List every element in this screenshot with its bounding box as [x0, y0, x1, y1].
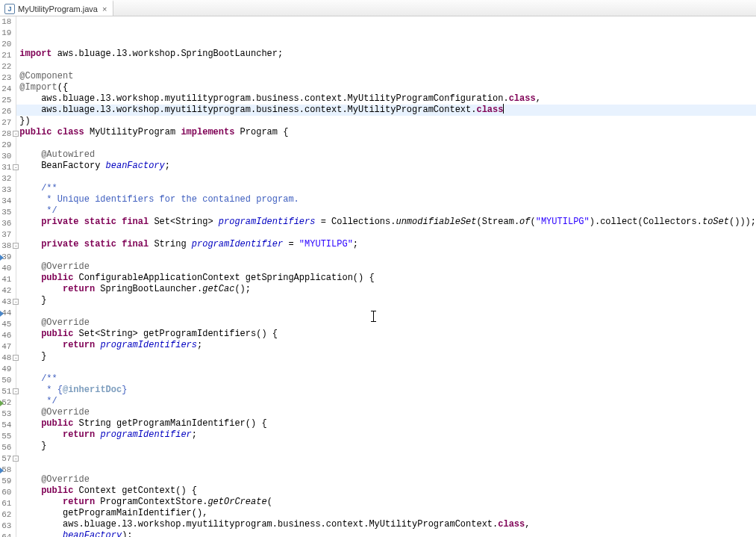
code-line[interactable]: return ProgramContextStore.getOrCreate(: [16, 497, 756, 508]
code-line[interactable]: return SpringBootLauncher.getCac();: [16, 284, 756, 295]
edit-caret: [503, 104, 504, 114]
line-number: 61: [0, 498, 16, 509]
line-number: 43-: [0, 297, 16, 308]
code-line[interactable]: @Override: [16, 317, 756, 329]
code-line[interactable]: }): [16, 116, 756, 127]
line-number: 31-: [0, 162, 16, 173]
code-line[interactable]: [16, 362, 756, 373]
code-line[interactable]: [16, 138, 756, 149]
code-line[interactable]: import aws.bluage.l3.workshop.SpringBoot…: [16, 49, 756, 60]
line-number: 33: [0, 184, 16, 196]
line-number: 40: [0, 263, 16, 274]
line-number: 32: [0, 173, 16, 184]
line-number: 63: [0, 521, 16, 532]
code-line[interactable]: aws.bluage.l3.workshop.myutilityprogram.…: [16, 93, 756, 105]
line-number: 60: [0, 487, 16, 498]
line-number: 59: [0, 476, 16, 487]
code-line[interactable]: [16, 306, 756, 317]
code-line[interactable]: [16, 452, 756, 463]
code-line[interactable]: */: [16, 396, 756, 407]
code-line[interactable]: @Import({: [16, 82, 756, 93]
line-number: 46: [0, 330, 16, 341]
code-line[interactable]: [16, 37, 756, 49]
line-number: 30: [0, 151, 16, 162]
code-line[interactable]: */: [16, 205, 756, 217]
line-number: 37: [0, 229, 16, 240]
line-number: 27: [0, 117, 16, 128]
line-number: 29: [0, 140, 16, 151]
code-line[interactable]: aws.bluage.l3.workshop.myutilityprogram.…: [16, 105, 756, 116]
line-number: 22: [0, 61, 16, 72]
line-number: 50: [0, 375, 16, 386]
code-line[interactable]: [16, 228, 756, 239]
line-number: 53: [0, 409, 16, 420]
code-line[interactable]: [16, 172, 756, 183]
line-number: 39: [0, 252, 16, 263]
code-line[interactable]: public ConfigurableApplicationContext ge…: [16, 273, 756, 284]
line-number: 47: [0, 341, 16, 353]
line-number: 24: [0, 84, 16, 95]
code-line[interactable]: private static final String programIdent…: [16, 239, 756, 250]
line-number: 36: [0, 218, 16, 229]
code-line[interactable]: /**: [16, 373, 756, 385]
tab-filename: MyUtilityProgram.java: [18, 4, 98, 13]
line-number: 58: [0, 465, 16, 476]
line-number: 21: [0, 50, 16, 61]
code-line[interactable]: beanFactory);: [16, 530, 756, 537]
code-line[interactable]: return programIdentifiers;: [16, 340, 756, 351]
line-number: 57-: [0, 453, 16, 465]
line-number: 25: [0, 95, 16, 106]
line-number: 35: [0, 207, 16, 218]
line-number: 28-: [0, 128, 16, 140]
code-line[interactable]: private static final Set<String> program…: [16, 217, 756, 228]
code-line[interactable]: [16, 60, 756, 71]
close-icon[interactable]: ×: [101, 4, 108, 13]
line-number: 62: [0, 509, 16, 521]
code-line[interactable]: @Component: [16, 71, 756, 82]
line-number: 19: [0, 28, 16, 39]
code-viewport[interactable]: import aws.bluage.l3.workshop.SpringBoot…: [16, 16, 756, 537]
code-line[interactable]: }: [16, 351, 756, 362]
line-number: 55: [0, 431, 16, 442]
editor-area: 1819202122232425262728-293031-3233343536…: [0, 16, 756, 537]
line-number: 38-: [0, 240, 16, 252]
code-line[interactable]: * {@inheritDoc}: [16, 385, 756, 396]
java-file-icon: J: [4, 4, 15, 14]
code-line[interactable]: public Context getContext() {: [16, 485, 756, 497]
code-line[interactable]: public class MyUtilityProgram implements…: [16, 127, 756, 138]
code-line[interactable]: [16, 250, 756, 261]
code-line[interactable]: @Override: [16, 407, 756, 418]
line-number: 49: [0, 364, 16, 375]
line-number: 23: [0, 72, 16, 84]
code-line[interactable]: public String getProgramMainIdentifier()…: [16, 418, 756, 429]
code-line[interactable]: }: [16, 295, 756, 306]
line-number: 44: [0, 308, 16, 319]
code-line[interactable]: @Override: [16, 261, 756, 273]
line-number: 52: [0, 397, 16, 409]
code-line[interactable]: public Set<String> getProgramIdentifiers…: [16, 329, 756, 340]
code-line[interactable]: return programIdentifier;: [16, 429, 756, 441]
line-number: 51-: [0, 386, 16, 397]
code-line[interactable]: @Override: [16, 474, 756, 485]
code-line[interactable]: [16, 463, 756, 474]
line-number-gutter[interactable]: 1819202122232425262728-293031-3233343536…: [0, 16, 16, 537]
code-line[interactable]: aws.bluage.l3.workshop.myutilityprogram.…: [16, 519, 756, 530]
text-caret-icon: [373, 311, 374, 322]
code-line[interactable]: @Autowired: [16, 149, 756, 161]
line-number: 18: [0, 16, 16, 28]
line-number: 26: [0, 106, 16, 117]
editor-tab[interactable]: J MyUtilityProgram.java ×: [0, 0, 113, 16]
code-line[interactable]: getProgramMainIdentifier(),: [16, 508, 756, 519]
line-number: 56: [0, 442, 16, 453]
code-line[interactable]: /**: [16, 183, 756, 194]
line-number: 41: [0, 274, 16, 285]
code-line[interactable]: BeanFactory beanFactory;: [16, 161, 756, 172]
line-number: 34: [0, 196, 16, 207]
line-number: 54: [0, 420, 16, 431]
code-line[interactable]: }: [16, 441, 756, 452]
code-line[interactable]: * Unique identifiers for the contained p…: [16, 194, 756, 205]
line-number: 20: [0, 39, 16, 50]
line-number: 42: [0, 285, 16, 297]
tab-bar: J MyUtilityProgram.java ×: [0, 0, 756, 16]
line-number: 64: [0, 532, 16, 537]
